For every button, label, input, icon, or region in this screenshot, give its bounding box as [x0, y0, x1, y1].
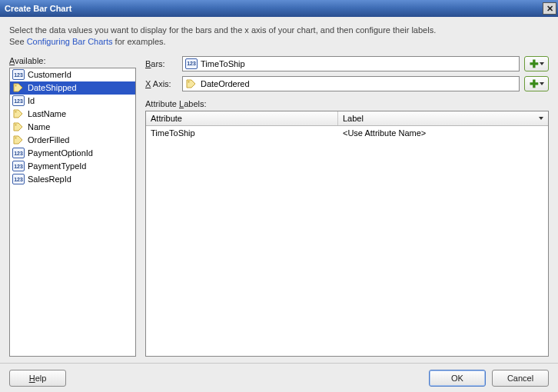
- list-item-label: Name: [28, 122, 50, 131]
- cell-attribute: TimeToShip: [146, 126, 338, 140]
- xaxis-value: DateOrdered: [201, 79, 250, 88]
- list-item[interactable]: 123CustomerId: [10, 68, 135, 81]
- window-title: Create Bar Chart: [5, 4, 71, 13]
- list-item[interactable]: OrderFilled: [10, 134, 135, 147]
- svg-point-4: [188, 81, 190, 82]
- attribute-labels-heading: Attribute Labels:: [145, 99, 549, 108]
- number-icon: 123: [12, 95, 25, 106]
- svg-point-0: [15, 85, 17, 87]
- tag-icon: [12, 108, 25, 119]
- list-item-label: PaymentOptionId: [28, 148, 93, 158]
- list-item[interactable]: LastName: [10, 108, 135, 121]
- chevron-down-icon: [540, 62, 544, 65]
- list-item-label: PaymentTypeId: [28, 161, 86, 171]
- add-xaxis-button[interactable]: ✚: [524, 76, 549, 91]
- cell-label[interactable]: <Use Attribute Name>: [338, 126, 548, 140]
- svg-point-2: [15, 125, 17, 126]
- bars-value: TimeToShip: [201, 59, 245, 68]
- bars-input[interactable]: 123 TimeToShip: [182, 56, 520, 71]
- bars-label: Bars:: [145, 59, 178, 68]
- number-icon: 123: [12, 174, 25, 184]
- configuring-bar-charts-link[interactable]: Configuring Bar Charts: [27, 37, 113, 46]
- list-item[interactable]: Name: [10, 121, 135, 134]
- chevron-down-icon: [540, 82, 544, 85]
- column-label-text: Label: [343, 114, 364, 123]
- list-item-label: DateShipped: [28, 83, 77, 92]
- close-button[interactable]: ✕: [543, 2, 556, 15]
- plus-icon: ✚: [530, 79, 539, 88]
- close-icon: ✕: [546, 4, 553, 14]
- xaxis-label: X Axis:: [145, 79, 178, 88]
- number-icon: 123: [12, 148, 25, 158]
- table-row[interactable]: TimeToShip<Use Attribute Name>: [146, 126, 548, 140]
- help-button[interactable]: Help: [9, 370, 66, 387]
- svg-point-1: [15, 111, 17, 113]
- list-item-label: SalesRepId: [28, 174, 71, 184]
- instructions-line1: Select the data values you want to displ…: [9, 25, 436, 35]
- list-item[interactable]: DateShipped: [10, 81, 135, 95]
- attribute-labels-table[interactable]: Attribute Label TimeToShip<Use Attribute…: [145, 111, 549, 357]
- list-item[interactable]: 123PaymentOptionId: [10, 147, 135, 160]
- number-icon: 123: [185, 58, 198, 69]
- number-icon: 123: [12, 161, 25, 171]
- tag-icon: [185, 78, 198, 89]
- available-listbox[interactable]: 123CustomerIdDateShipped123IdLastNameNam…: [9, 68, 136, 357]
- list-item[interactable]: 123PaymentTypeId: [10, 160, 135, 173]
- svg-point-3: [15, 138, 17, 139]
- button-bar: Help OK Cancel: [0, 363, 558, 392]
- list-item-label: Id: [28, 96, 35, 105]
- ok-button[interactable]: OK: [429, 370, 486, 387]
- instructions-text: Select the data values you want to displ…: [9, 25, 549, 48]
- number-icon: 123: [12, 69, 25, 80]
- instructions-prefix: See: [9, 37, 27, 46]
- list-item-label: LastName: [28, 109, 66, 118]
- tag-icon: [12, 82, 25, 93]
- dialog-content: Select the data values you want to displ…: [0, 17, 558, 357]
- title-bar: Create Bar Chart ✕: [0, 0, 558, 17]
- plus-icon: ✚: [530, 59, 539, 68]
- column-label[interactable]: Label: [338, 111, 548, 125]
- available-label: Available:: [9, 56, 136, 65]
- list-item-label: OrderFilled: [28, 135, 69, 145]
- table-header: Attribute Label: [146, 111, 548, 126]
- tag-icon: [12, 121, 25, 132]
- cancel-button[interactable]: Cancel: [492, 370, 549, 387]
- tag-icon: [12, 135, 25, 145]
- xaxis-input[interactable]: DateOrdered: [182, 76, 520, 91]
- list-item[interactable]: 123SalesRepId: [10, 173, 135, 186]
- chevron-down-icon: [539, 117, 543, 120]
- add-bars-button[interactable]: ✚: [524, 56, 549, 71]
- column-attribute[interactable]: Attribute: [146, 111, 338, 125]
- list-item[interactable]: 123Id: [10, 95, 135, 108]
- instructions-suffix: for examples.: [113, 37, 166, 46]
- list-item-label: CustomerId: [28, 70, 71, 79]
